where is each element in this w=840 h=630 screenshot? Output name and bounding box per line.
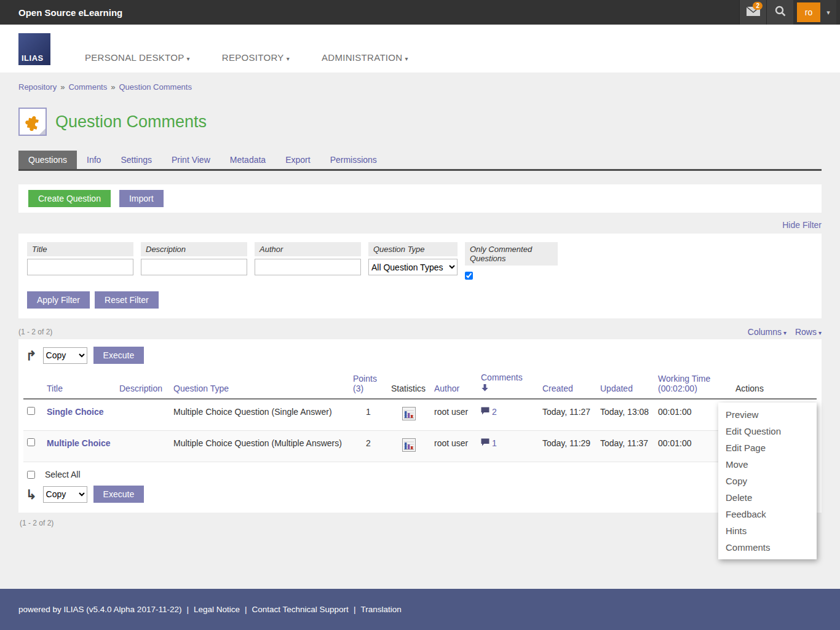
nav-repository[interactable]: REPOSITORY▾ — [222, 52, 290, 63]
nav-administration[interactable]: ADMINISTRATION▾ — [322, 52, 408, 63]
tab-info[interactable]: Info — [77, 151, 111, 169]
questions-table-container: ↱ Copy Execute Title Description Questio… — [18, 339, 822, 513]
filter-question-type-label: Question Type — [368, 242, 458, 256]
menu-item-edit-page[interactable]: Edit Page — [718, 439, 817, 456]
chevron-down-icon: ▾ — [818, 329, 822, 336]
tab-permissions[interactable]: Permissions — [320, 151, 387, 169]
question-points: 2 — [349, 431, 387, 462]
only-commented-checkbox[interactable] — [465, 272, 473, 280]
column-header-title[interactable]: Title — [43, 368, 116, 399]
reset-filter-button[interactable]: Reset Filter — [95, 291, 159, 309]
comments-count-link[interactable]: 1 — [481, 438, 497, 448]
table-view-options: Columns▾ Rows▾ — [742, 327, 822, 337]
mail-badge: 2 — [753, 2, 763, 10]
contact-support-link[interactable]: Contact Technical Support — [252, 605, 349, 614]
question-description — [116, 431, 170, 462]
app-title: Open Source eLearning — [0, 7, 122, 18]
breadcrumb-question-comments[interactable]: Question Comments — [119, 82, 192, 92]
apply-to-selection-down-icon: ↳ — [26, 488, 37, 501]
question-pool-icon — [18, 108, 47, 136]
row-checkbox[interactable] — [27, 407, 35, 415]
search-icon — [774, 5, 787, 20]
avatar[interactable]: ro — [797, 2, 820, 22]
column-header-comments[interactable]: Comments — [477, 368, 539, 399]
execute-button-bottom[interactable]: Execute — [93, 486, 145, 503]
statistics-icon[interactable] — [402, 438, 416, 454]
tab-bar: Questions Info Settings Print View Metad… — [18, 151, 822, 171]
columns-selector[interactable]: Columns▾ — [748, 327, 787, 337]
column-header-description[interactable]: Description — [116, 368, 170, 399]
menu-item-copy[interactable]: Copy — [718, 473, 817, 489]
header: ILIAS PERSONAL DESKTOP▾ REPOSITORY▾ ADMI… — [0, 25, 840, 73]
menu-item-edit-question[interactable]: Edit Question — [718, 423, 817, 439]
question-type: Multiple Choice Question (Multiple Answe… — [170, 431, 349, 462]
filter-field-author: Author — [255, 242, 361, 282]
question-updated: Today, 13:08 — [596, 399, 654, 431]
question-type-select[interactable]: All Question Types — [368, 259, 458, 275]
translation-link[interactable]: Translation — [360, 605, 401, 614]
question-title-link[interactable]: Single Choice — [47, 407, 104, 417]
chevron-down-icon: ▾ — [287, 55, 290, 62]
filter-description-input[interactable] — [141, 259, 247, 275]
chevron-down-icon: ▾ — [405, 55, 408, 62]
legal-notice-link[interactable]: Legal Notice — [194, 605, 240, 614]
breadcrumb-repository[interactable]: Repository — [18, 82, 57, 92]
table-row-single-choice: Single Choice Multiple Choice Question (… — [23, 399, 817, 431]
question-description — [116, 399, 170, 431]
column-header-updated[interactable]: Updated — [596, 368, 654, 399]
tab-metadata[interactable]: Metadata — [220, 151, 275, 169]
menu-item-preview[interactable]: Preview — [718, 406, 817, 423]
import-button[interactable]: Import — [119, 190, 164, 207]
tab-settings[interactable]: Settings — [111, 151, 162, 169]
filter-author-label: Author — [255, 242, 361, 256]
tab-questions[interactable]: Questions — [18, 151, 77, 169]
filter-description-label: Description — [141, 242, 247, 256]
comment-bubble-icon — [481, 438, 489, 448]
column-header-created[interactable]: Created — [539, 368, 596, 399]
comments-count-link[interactable]: 2 — [481, 407, 497, 417]
nav-personal-desktop[interactable]: PERSONAL DESKTOP▾ — [85, 52, 190, 63]
column-header-question-type[interactable]: Question Type — [170, 368, 349, 399]
rows-selector[interactable]: Rows▾ — [795, 327, 822, 337]
toolbar: Create Question Import — [18, 184, 822, 213]
main-navigation: PERSONAL DESKTOP▾ REPOSITORY▾ ADMINISTRA… — [85, 52, 408, 63]
execute-button-top[interactable]: Execute — [93, 347, 145, 364]
column-header-working-time[interactable]: Working Time (00:02:00) — [654, 368, 732, 399]
column-header-points[interactable]: Points (3) — [349, 368, 387, 399]
create-question-button[interactable]: Create Question — [28, 190, 111, 207]
hide-filter-row: Hide Filter — [18, 220, 822, 230]
filter-panel: Title Description Author Question Type A… — [18, 234, 822, 318]
chevron-down-icon: ▾ — [783, 329, 787, 336]
question-type: Multiple Choice Question (Single Answer) — [170, 399, 349, 431]
menu-item-comments[interactable]: Comments — [718, 539, 817, 556]
statistics-icon[interactable] — [402, 407, 416, 422]
hide-filter-link[interactable]: Hide Filter — [782, 220, 822, 230]
filter-title-label: Title — [27, 242, 133, 256]
question-created: Today, 11:29 — [539, 431, 596, 462]
tab-print-view[interactable]: Print View — [162, 151, 220, 169]
question-title-link[interactable]: Multiple Choice — [47, 438, 110, 448]
column-header-author[interactable]: Author — [430, 368, 477, 399]
filter-title-input[interactable] — [27, 259, 133, 275]
menu-item-delete[interactable]: Delete — [718, 489, 817, 506]
row-checkbox[interactable] — [27, 438, 35, 446]
apply-filter-button[interactable]: Apply Filter — [27, 291, 90, 309]
user-menu-caret[interactable]: ▾ — [820, 0, 836, 25]
tab-export[interactable]: Export — [275, 151, 320, 169]
search-button[interactable] — [766, 0, 793, 25]
menu-item-feedback[interactable]: Feedback — [718, 506, 817, 522]
ilias-logo[interactable]: ILIAS — [18, 33, 50, 65]
sort-descending-icon — [481, 384, 535, 393]
bulk-action-select-top[interactable]: Copy — [43, 347, 87, 364]
mail-button[interactable]: 2 — [739, 0, 766, 25]
menu-item-move[interactable]: Move — [718, 456, 817, 473]
filter-field-only-commented: Only Commented Questions — [465, 242, 558, 282]
powered-by-text: powered by ILIAS (v5.4.0 Alpha 2017-11-2… — [18, 605, 181, 614]
breadcrumb-comments[interactable]: Comments — [68, 82, 107, 92]
filter-author-input[interactable] — [255, 259, 361, 275]
questions-table: Title Description Question Type Points (… — [23, 368, 817, 462]
select-all-checkbox[interactable] — [27, 471, 35, 479]
main-content: Repository»Comments»Question Comments Qu… — [0, 73, 840, 534]
bulk-action-select-bottom[interactable]: Copy — [43, 486, 87, 503]
menu-item-hints[interactable]: Hints — [718, 522, 817, 539]
